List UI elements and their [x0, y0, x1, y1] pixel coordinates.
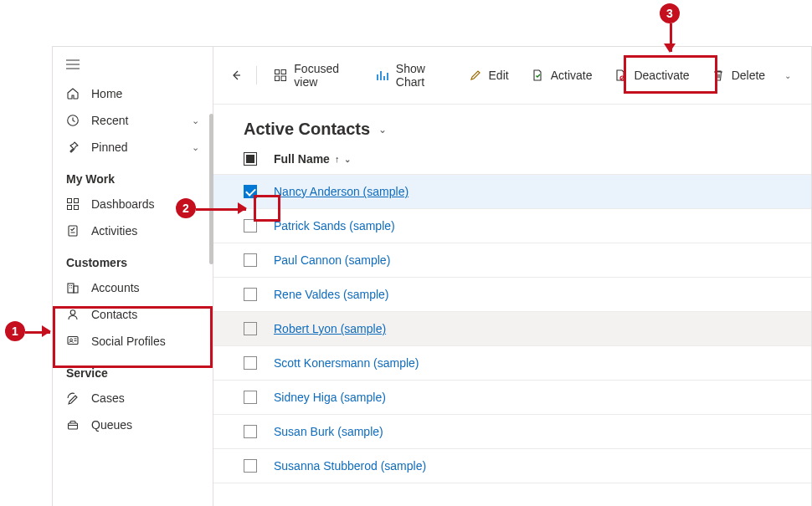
focused-view-label: Focused view — [294, 62, 354, 89]
svg-rect-7 — [74, 286, 78, 293]
row-checkbox[interactable] — [244, 425, 257, 438]
edit-icon — [469, 69, 482, 82]
contact-link[interactable]: Paul Cannon (sample) — [274, 253, 390, 267]
row-checkbox[interactable] — [244, 322, 257, 335]
nav-accounts-label: Accounts — [91, 281, 140, 294]
nav-dashboards-label: Dashboards — [91, 197, 155, 211]
table-row[interactable]: Scott Konersmann (sample) — [213, 346, 811, 381]
chart-icon — [376, 69, 389, 82]
nav-home-label: Home — [91, 87, 122, 100]
svg-rect-2 — [75, 199, 79, 203]
sidebar: Home Recent ⌄ Pinned ⌄ My Work Dashboard… — [53, 47, 213, 506]
row-checkbox[interactable] — [244, 356, 257, 370]
delete-button[interactable]: Delete — [703, 64, 773, 87]
table-row[interactable]: Paul Cannon (sample) — [213, 243, 811, 278]
section-mywork: My Work — [53, 161, 213, 191]
contact-link[interactable]: Nancy Anderson (sample) — [274, 185, 409, 198]
sort-asc-icon: ↑ — [335, 154, 340, 164]
hamburger-button[interactable] — [53, 50, 213, 80]
grid-header: Full Name ↑ ⌄ — [213, 146, 811, 175]
nav-queues-label: Queues — [91, 418, 132, 432]
focused-view-icon — [274, 69, 287, 82]
nav-home[interactable]: Home — [53, 80, 213, 107]
grid-body: Nancy Anderson (sample)Patrick Sands (sa… — [213, 175, 811, 506]
contact-link[interactable]: Sidney Higa (sample) — [274, 391, 386, 404]
home-icon — [66, 87, 80, 100]
view-dropdown-icon[interactable]: ⌄ — [378, 124, 387, 135]
table-row[interactable]: Patrick Sands (sample) — [213, 209, 811, 243]
row-checkbox[interactable] — [244, 459, 257, 473]
svg-rect-3 — [68, 206, 72, 210]
main-content: Focused view Show Chart Edit Activate De… — [213, 47, 811, 506]
back-button[interactable] — [229, 69, 243, 82]
svg-point-8 — [70, 310, 75, 315]
show-chart-button[interactable]: Show Chart — [367, 57, 455, 94]
row-checkbox[interactable] — [244, 219, 257, 233]
contacts-icon — [66, 308, 80, 321]
contact-link[interactable]: Susanna Stubberod (sample) — [274, 459, 426, 473]
section-customers: Customers — [53, 244, 213, 274]
nav-pinned-label: Pinned — [91, 141, 128, 154]
dashboard-icon — [66, 197, 80, 211]
nav-cases[interactable]: Cases — [53, 385, 213, 411]
select-all-checkbox[interactable] — [244, 152, 257, 166]
chevron-down-icon: ⌄ — [192, 115, 199, 126]
row-checkbox[interactable] — [244, 391, 257, 404]
deactivate-button[interactable]: Deactivate — [605, 64, 697, 87]
svg-rect-11 — [69, 423, 78, 429]
callout-1: 1 — [5, 321, 25, 341]
svg-rect-1 — [68, 199, 72, 203]
activate-button[interactable]: Activate — [522, 64, 601, 87]
svg-rect-4 — [75, 206, 79, 210]
table-row[interactable]: Rene Valdes (sample) — [213, 278, 811, 312]
focused-view-button[interactable]: Focused view — [265, 57, 362, 94]
edit-button[interactable]: Edit — [460, 64, 517, 87]
chevron-down-icon: ⌄ — [192, 142, 199, 153]
accounts-icon — [66, 281, 80, 294]
row-checkbox[interactable] — [244, 253, 257, 267]
column-fullname[interactable]: Full Name ↑ ⌄ — [274, 152, 351, 166]
delete-dropdown[interactable]: ⌄ — [779, 71, 796, 80]
row-checkbox[interactable] — [244, 185, 257, 198]
nav-recent[interactable]: Recent ⌄ — [53, 107, 213, 134]
nav-pinned[interactable]: Pinned ⌄ — [53, 134, 213, 161]
svg-rect-12 — [275, 70, 280, 74]
clock-icon — [66, 114, 80, 127]
view-header: Active Contacts ⌄ — [213, 105, 811, 146]
callout-2: 2 — [176, 198, 196, 218]
edit-label: Edit — [489, 69, 509, 82]
cases-icon — [66, 391, 80, 405]
section-service: Service — [53, 355, 213, 385]
contact-link[interactable]: Patrick Sands (sample) — [274, 219, 395, 233]
table-row[interactable]: Susanna Stubberod (sample) — [213, 449, 811, 483]
activities-icon — [66, 224, 80, 238]
view-title[interactable]: Active Contacts — [244, 120, 370, 139]
nav-contacts-label: Contacts — [91, 308, 137, 321]
activate-label: Activate — [551, 69, 593, 82]
social-icon — [66, 335, 80, 348]
table-row[interactable]: Sidney Higa (sample) — [213, 381, 811, 415]
svg-rect-13 — [281, 70, 286, 74]
table-row[interactable]: Nancy Anderson (sample) — [213, 175, 811, 209]
callout-1-arrow — [25, 331, 50, 334]
toolbar: Focused view Show Chart Edit Activate De… — [213, 47, 811, 105]
nav-recent-label: Recent — [91, 114, 128, 127]
deactivate-label: Deactivate — [634, 69, 689, 82]
row-checkbox[interactable] — [244, 288, 257, 301]
delete-label: Delete — [732, 69, 765, 82]
nav-social-profiles[interactable]: Social Profiles — [53, 328, 213, 355]
table-row[interactable]: Robert Lyon (sample) — [213, 312, 811, 346]
nav-social-label: Social Profiles — [91, 335, 166, 348]
contact-link[interactable]: Susan Burk (sample) — [274, 425, 383, 438]
nav-contacts[interactable]: Contacts — [53, 301, 213, 328]
nav-activities[interactable]: Activities — [53, 217, 213, 244]
delete-icon — [712, 69, 725, 82]
nav-queues[interactable]: Queues — [53, 411, 213, 438]
svg-rect-6 — [68, 284, 74, 293]
callout-3: 3 — [660, 3, 680, 23]
contact-link[interactable]: Robert Lyon (sample) — [274, 322, 386, 335]
contact-link[interactable]: Rene Valdes (sample) — [274, 288, 388, 301]
nav-accounts[interactable]: Accounts — [53, 274, 213, 301]
contact-link[interactable]: Scott Konersmann (sample) — [274, 356, 419, 370]
table-row[interactable]: Susan Burk (sample) — [213, 415, 811, 449]
